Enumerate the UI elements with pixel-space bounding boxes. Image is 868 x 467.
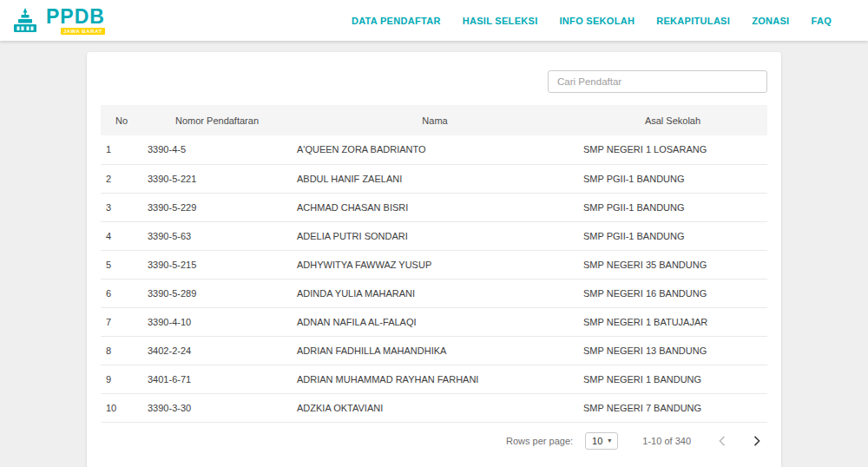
main-content: No Nomor Pendaftaran Nama Asal Sekolah 1… — [0, 52, 868, 467]
cell-nomor: 3390-5-289 — [142, 279, 292, 307]
pagination-bar: Rows per page: 10 ▾ 1-10 of 340 — [101, 423, 767, 459]
cell-asal: SMP NEGERI 35 BANDUNG — [578, 250, 767, 279]
cell-no: 3 — [101, 193, 142, 221]
table-row: 2 3390-5-221 ABDUL HANIF ZAELANI SMP PGI… — [101, 164, 767, 193]
table-row: 3 3390-5-229 ACHMAD CHASAN BISRI SMP PGI… — [101, 193, 767, 221]
table-row: 9 3401-6-71 ADRIAN MUHAMMAD RAYHAN FARHA… — [101, 365, 767, 393]
nav-item-info-sekolah[interactable]: INFO SEKOLAH — [560, 16, 635, 26]
table-row: 10 3390-3-30 ADZKIA OKTAVIANI SMP NEGERI… — [101, 393, 767, 422]
cell-no: 4 — [101, 221, 142, 250]
nav-item-rekapitulasi[interactable]: REKAPITULASI — [656, 16, 730, 26]
table-row: 1 3390-4-5 A'QUEEN ZORA BADRIANTO SMP NE… — [101, 135, 767, 164]
cell-nama: ADHYWITYA FAWWAZ YUSUP — [292, 250, 578, 279]
cell-asal: SMP PGII-1 BANDUNG — [578, 193, 767, 221]
cell-no: 6 — [101, 279, 142, 307]
rows-per-page-select[interactable]: 10 ▾ — [585, 432, 618, 450]
chevron-left-icon — [715, 434, 729, 448]
nav-item-faq[interactable]: FAQ — [811, 16, 832, 26]
main-nav: DATA PENDAFTAR HASIL SELEKSI INFO SEKOLA… — [352, 16, 832, 26]
cell-no: 2 — [101, 164, 142, 193]
cell-nama: ADNAN NAFILA AL-FALAQI — [292, 307, 578, 336]
column-header-nama: Nama — [292, 105, 578, 135]
brand-logo[interactable]: PPDB JAWA BARAT — [10, 7, 105, 35]
cell-no: 5 — [101, 250, 142, 279]
nav-item-hasil-seleksi[interactable]: HASIL SELEKSI — [463, 16, 538, 26]
cell-asal: SMP NEGERI 1 BATUJAJAR — [578, 307, 767, 336]
cell-asal: SMP NEGERI 13 BANDUNG — [578, 336, 767, 365]
cell-no: 9 — [101, 365, 142, 393]
pagination-range-label: 1-10 of 340 — [642, 436, 691, 446]
cell-nama: ADRIAN MUHAMMAD RAYHAN FARHANI — [292, 365, 578, 393]
column-header-asal: Asal Sekolah — [578, 105, 767, 135]
table-row: 5 3390-5-215 ADHYWITYA FAWWAZ YUSUP SMP … — [101, 250, 767, 279]
cell-nomor: 3390-3-30 — [142, 393, 292, 422]
registrants-table: No Nomor Pendaftaran Nama Asal Sekolah 1… — [101, 105, 767, 423]
brand-subtitle-badge: JAWA BARAT — [61, 28, 105, 35]
cell-no: 8 — [101, 336, 142, 365]
cell-asal: SMP NEGERI 7 BANDUNG — [578, 393, 767, 422]
cell-nama: ACHMAD CHASAN BISRI — [292, 193, 578, 221]
rows-per-page-label: Rows per page: — [506, 436, 573, 446]
chevron-right-icon — [750, 434, 764, 448]
cell-nomor: 3390-5-63 — [142, 221, 292, 250]
nav-item-data-pendaftar[interactable]: DATA PENDAFTAR — [352, 16, 441, 26]
column-header-nomor: Nomor Pendaftaran — [142, 105, 292, 135]
cell-nomor: 3401-6-71 — [142, 365, 292, 393]
nav-item-zonasi[interactable]: ZONASI — [752, 16, 789, 26]
brand-name: PPDB — [46, 7, 105, 27]
chevron-down-icon: ▾ — [608, 437, 611, 444]
next-page-button[interactable] — [746, 431, 767, 451]
table-body: 1 3390-4-5 A'QUEEN ZORA BADRIANTO SMP NE… — [101, 135, 767, 422]
cell-no: 7 — [101, 307, 142, 336]
cell-nama: ABDUL HANIF ZAELANI — [292, 164, 578, 193]
cell-nomor: 3390-5-215 — [142, 250, 292, 279]
cell-asal: SMP NEGERI 1 BANDUNG — [578, 365, 767, 393]
table-row: 6 3390-5-289 ADINDA YULIA MAHARANI SMP N… — [101, 279, 767, 307]
rows-per-page-value: 10 — [592, 436, 602, 446]
top-navbar: PPDB JAWA BARAT DATA PENDAFTAR HASIL SEL… — [0, 0, 868, 41]
table-row: 8 3402-2-24 ADRIAN FADHILLA MAHANDHIKA S… — [101, 336, 767, 365]
gedung-sate-icon — [10, 8, 40, 34]
cell-nomor: 3390-4-5 — [142, 135, 292, 164]
column-header-no: No — [101, 105, 142, 135]
prev-page-button[interactable] — [712, 431, 733, 451]
cell-asal: SMP PGII-1 BANDUNG — [578, 221, 767, 250]
cell-nomor: 3390-5-229 — [142, 193, 292, 221]
cell-asal: SMP NEGERI 16 BANDUNG — [578, 279, 767, 307]
cell-nama: ADELIA PUTRI SONDARI — [292, 221, 578, 250]
cell-asal: SMP PGII-1 BANDUNG — [578, 164, 767, 193]
cell-nomor: 3390-4-10 — [142, 307, 292, 336]
table-row: 4 3390-5-63 ADELIA PUTRI SONDARI SMP PGI… — [101, 221, 767, 250]
cell-asal: SMP NEGERI 1 LOSARANG — [578, 135, 767, 164]
cell-nomor: 3402-2-24 — [142, 336, 292, 365]
cell-no: 1 — [101, 135, 142, 164]
cell-nama: ADRIAN FADHILLA MAHANDHIKA — [292, 336, 578, 365]
registrants-card: No Nomor Pendaftaran Nama Asal Sekolah 1… — [87, 52, 781, 467]
cell-nomor: 3390-5-221 — [142, 164, 292, 193]
cell-nama: ADZKIA OKTAVIANI — [292, 393, 578, 422]
table-header-row: No Nomor Pendaftaran Nama Asal Sekolah — [101, 105, 767, 135]
table-row: 7 3390-4-10 ADNAN NAFILA AL-FALAQI SMP N… — [101, 307, 767, 336]
search-row — [101, 52, 767, 105]
search-input[interactable] — [548, 70, 767, 93]
cell-no: 10 — [101, 393, 142, 422]
cell-nama: ADINDA YULIA MAHARANI — [292, 279, 578, 307]
cell-nama: A'QUEEN ZORA BADRIANTO — [292, 135, 578, 164]
